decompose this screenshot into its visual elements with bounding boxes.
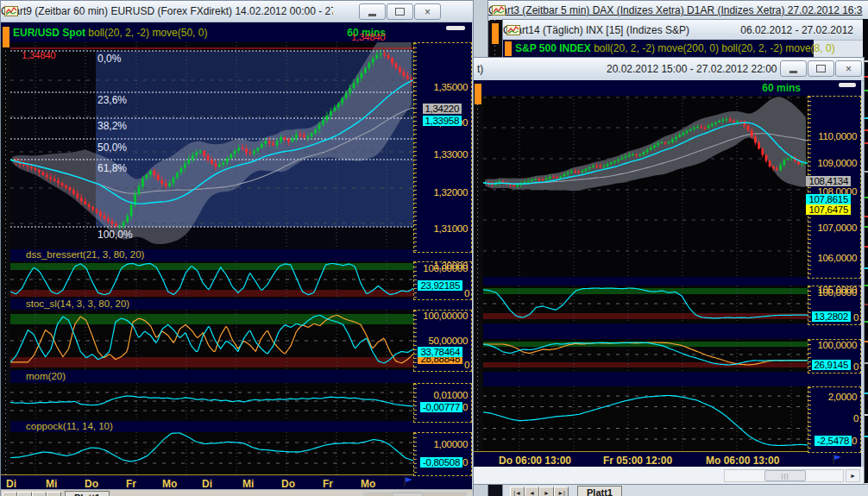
tab-nav-last-button[interactable]: ►| bbox=[47, 492, 61, 496]
tab-nav-last-button[interactable]: ►| bbox=[554, 487, 569, 496]
scale-tick: 100,0000 bbox=[817, 340, 857, 350]
mom-scale[interactable]: 0,01000 0,00000 -0,00777 bbox=[413, 383, 472, 423]
axis-label: Do bbox=[281, 478, 295, 490]
sp500-titlebar[interactable]: t) 20.02.2012 15:00 - 27.02.2012 22:00 × bbox=[473, 58, 864, 81]
oscC-scale[interactable]: 2,0000 0 -2,0000 -2,5478 bbox=[808, 386, 861, 453]
restore-button[interactable] bbox=[808, 60, 834, 77]
scrollbar-thumb[interactable] bbox=[392, 493, 423, 496]
minimize-button[interactable] bbox=[780, 60, 807, 77]
mdi-workspace: Chart3 (Zeitbar 5 min) DAX (Indizes Xetr… bbox=[0, 0, 868, 496]
collapse-grip[interactable] bbox=[446, 26, 465, 30]
scrollbar-thumb[interactable]: ||| bbox=[764, 470, 806, 481]
tab-platt1[interactable]: Platt1 bbox=[577, 486, 622, 496]
eurusd-main-chart[interactable] bbox=[10, 42, 413, 249]
tab-nav-first-button[interactable]: |◄ bbox=[510, 487, 525, 496]
horizontal-scrollbar[interactable] bbox=[363, 492, 467, 496]
chart3-title: Chart3 (Zeitbar 5 min) DAX (Indizes Xetr… bbox=[488, 4, 863, 16]
scroll-right-button[interactable]: ► bbox=[846, 469, 860, 482]
coppock-scale[interactable]: 1,00000 0,00000 -0,80508 bbox=[413, 432, 472, 476]
price-box-last: 1,33958 bbox=[423, 116, 462, 126]
tab-nav-next-button[interactable]: ► bbox=[539, 487, 554, 496]
chart9-indicators: boll(20, 2, -2) move(50, 0) bbox=[88, 27, 207, 39]
sp500-oscillator-a[interactable] bbox=[483, 286, 808, 323]
chart9-chart-header: EUR/USD Spot boll(20, 2, -2) move(50, 0)… bbox=[1, 22, 472, 42]
restore-icon bbox=[395, 8, 405, 16]
scale-tick: 100,00000 bbox=[423, 311, 468, 321]
axis-label: Mo bbox=[162, 478, 177, 490]
scale-tick: 2,0000 bbox=[828, 392, 857, 402]
eurusd-time-axis: DiMiDoFrMoDiMiDoFrMo bbox=[1, 474, 413, 490]
flag-icon[interactable] bbox=[403, 476, 414, 487]
sp500-oscillator-c[interactable] bbox=[483, 386, 808, 451]
dss-scale[interactable]: 100,00000 0 23,92185 bbox=[413, 261, 472, 300]
chart9-titlebar[interactable]: Chart9 (Zeitbar 60 min) EURUSD (Forex FX… bbox=[1, 1, 473, 22]
oscB-value: 26,9145 bbox=[812, 360, 851, 370]
axis-label: Di bbox=[202, 478, 212, 490]
price-line-label-right: 1,34840 bbox=[351, 32, 385, 42]
sp500-main-chart[interactable] bbox=[483, 96, 808, 277]
scale-tick: 0 bbox=[464, 360, 469, 370]
eurusd-price-scale[interactable]: 1,350001,340001,330001,320001,310001,300… bbox=[413, 42, 472, 489]
close-icon: × bbox=[846, 64, 852, 74]
sp500-price-scale[interactable]: 110,0000109,0000108,0000107,0000106,0000… bbox=[808, 80, 861, 467]
scale-tick: 50,00000 bbox=[428, 336, 468, 346]
price-box-last: 107,8615 bbox=[806, 194, 851, 204]
chart9-grip-strip bbox=[1, 42, 10, 489]
close-button[interactable]: × bbox=[414, 3, 441, 20]
window-chart9: Chart9 (Zeitbar 60 min) EURUSD (Forex FX… bbox=[0, 0, 474, 496]
restore-icon bbox=[816, 65, 826, 72]
chart3-titlebar[interactable]: Chart3 (Zeitbar 5 min) DAX (Indizes Xetr… bbox=[488, 1, 868, 21]
chart14-titlebar[interactable]: Chart14 (Täglich) INX [15] (Indizes S&P)… bbox=[503, 20, 868, 41]
chart14-symbol: S&P 500 INDEX bbox=[515, 42, 591, 54]
sp500-series-marker[interactable] bbox=[475, 84, 481, 104]
minimize-button[interactable] bbox=[359, 3, 386, 20]
chart14-title: Chart14 (Täglich) INX [15] (Indizes S&P) bbox=[503, 24, 689, 36]
oscC-value: -2,5478 bbox=[815, 436, 852, 446]
mom-label: mom(20) bbox=[26, 371, 66, 381]
restore-button[interactable] bbox=[387, 3, 413, 20]
mom-label-strip: mom(20) bbox=[10, 370, 413, 383]
tab-nav-prev-button[interactable]: ◄ bbox=[525, 487, 539, 496]
close-button[interactable]: × bbox=[835, 60, 862, 77]
mom-value: -0,00777 bbox=[420, 402, 462, 412]
stoc-scale[interactable]: 100,00000 50,00000 28,88848 33,78464 0 bbox=[413, 310, 472, 372]
chart-window-icon bbox=[4, 5, 18, 17]
dss-label: dss_bressert(21, 3, 80, 20) bbox=[26, 249, 144, 260]
minimize-icon bbox=[368, 14, 376, 16]
scale-tick: 0 bbox=[853, 413, 859, 424]
sp500-main-scale[interactable]: 110,0000109,0000108,0000107,0000106,0000… bbox=[808, 96, 861, 279]
chart14-period: 06.02.2012 - 27.02.2012 bbox=[740, 24, 853, 36]
tab-nav-next-button[interactable]: ► bbox=[32, 492, 47, 496]
scale-tick: 0,01000 bbox=[434, 390, 468, 400]
axis-label: Do 06:00 13:00 bbox=[499, 455, 571, 467]
tab-platt1[interactable]: Platt1 bbox=[65, 491, 110, 496]
sp500-time-axis: Do 06:00 13:00Fr 05:00 12:00Mo 06:00 13:… bbox=[473, 451, 808, 468]
chart3-series-marker[interactable] bbox=[492, 23, 499, 44]
chart14-indicators: boll(20, 2, -2) move(200, 0) boll(20, 2,… bbox=[594, 42, 834, 54]
scale-tick: 110,0000 bbox=[818, 131, 857, 141]
coppock-value: -0,80508 bbox=[420, 457, 462, 468]
axis-label: Do bbox=[85, 478, 98, 490]
scale-tick: 100,00000 bbox=[423, 263, 468, 273]
sp500-interval: 60 mins bbox=[762, 82, 801, 94]
chart9-series-marker[interactable] bbox=[3, 27, 9, 47]
tab-nav-prev-button[interactable]: ◄ bbox=[17, 492, 32, 496]
price-box-alert: 107,6475 bbox=[806, 204, 851, 215]
dss-oscillator[interactable] bbox=[10, 261, 413, 298]
collapse-grip[interactable] bbox=[839, 83, 856, 87]
axis-label: Di bbox=[6, 478, 16, 490]
stoc-oscillator[interactable] bbox=[10, 310, 413, 370]
flag-icon[interactable] bbox=[832, 454, 843, 465]
eurusd-main-scale[interactable]: 1,350001,340001,330001,320001,310001,300… bbox=[413, 42, 472, 253]
tab-nav-first-button[interactable]: |◄ bbox=[3, 492, 17, 496]
scale-tick: 1,32000 bbox=[434, 187, 468, 198]
oscB-scale[interactable]: 100,0000 0 26,9145 bbox=[808, 339, 861, 374]
oscA-scale[interactable]: 100,0000 0 13,2802 bbox=[808, 286, 861, 325]
mom-oscillator[interactable] bbox=[10, 383, 413, 421]
sp500-oscillator-b[interactable] bbox=[483, 339, 808, 372]
axis-label: Mi bbox=[46, 478, 57, 490]
axis-label: Mo bbox=[361, 478, 375, 490]
coppock-oscillator[interactable] bbox=[10, 432, 413, 474]
horizontal-scrollbar[interactable]: ||| bbox=[724, 469, 844, 482]
chart14-series-marker[interactable] bbox=[505, 41, 512, 56]
